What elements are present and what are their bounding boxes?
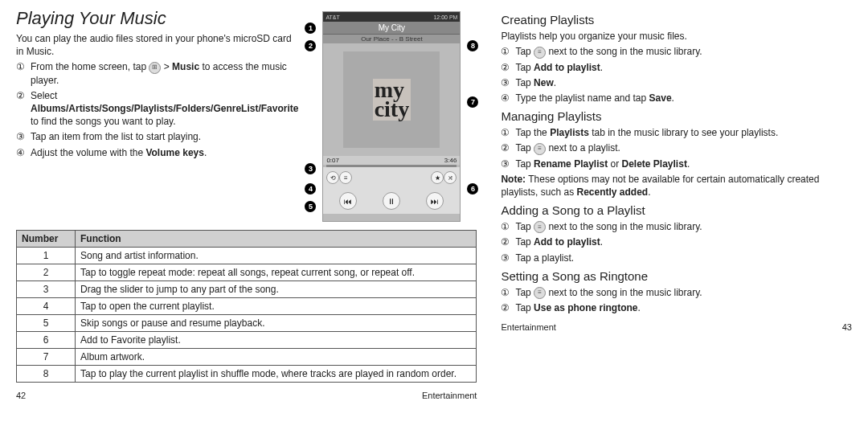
section-heading: Managing Playlists <box>501 109 852 123</box>
instruction-step: ①Tap ≡ next to the song in the music lib… <box>501 45 852 58</box>
menu-icon: ≡ <box>534 221 546 233</box>
song-subtitle: Our Place - - B Street <box>323 35 460 43</box>
controls-row-2: ⏮ ⏸ ⏭ <box>323 188 460 214</box>
instruction-step: ②Tap ≡ next to a playlist. <box>501 141 852 154</box>
instruction-step: ①Tap ≡ next to the song in the music lib… <box>501 286 852 299</box>
menu-icon: ≡ <box>534 287 546 299</box>
next-button[interactable]: ⏭ <box>426 192 444 210</box>
shuffle-button[interactable]: ⤨ <box>444 171 457 184</box>
table-row: 8Tap to play the current playlist in shu… <box>17 366 477 383</box>
step-1: ① From the home screen, tap ⊞ > Music to… <box>16 60 298 87</box>
progress-times: 0:07 3:46 <box>323 156 460 165</box>
menu-icon: ≡ <box>534 143 546 155</box>
table-row: 1Song and artist information. <box>17 248 477 264</box>
callout-8: 8 <box>467 40 478 51</box>
instruction-step: ③Tap Rename Playlist or Delete Playlist. <box>501 158 852 170</box>
instruction-step: ②Tap Use as phone ringtone. <box>501 301 852 314</box>
manual-spread: Playing Your Music You can play the audi… <box>16 8 852 400</box>
instruction-step: ②Tap Add to playlist. <box>501 61 852 74</box>
page-title: Playing Your Music <box>16 8 298 29</box>
section-intro: Playlists help you organize your music f… <box>501 30 852 43</box>
page-footer-right: Entertainment 43 <box>501 322 852 332</box>
page-footer-left: 42 Entertainment <box>16 391 477 400</box>
section-heading: Creating Playlists <box>501 13 852 27</box>
album-artwork: mycity <box>343 51 440 148</box>
instruction-step: ③Tap New. <box>501 76 852 89</box>
instruction-step: ①Tap the Playlists tab in the music libr… <box>501 126 852 139</box>
table-row: 4Tap to open the current playlist. <box>17 298 477 315</box>
step-2: ② Select Albums/Artists/Songs/Playlists/… <box>16 89 298 129</box>
section-heading: Adding a Song to a Playlist <box>501 203 852 217</box>
table-row: 3Drag the slider to jump to any part of … <box>17 281 477 298</box>
prev-button[interactable]: ⏮ <box>339 192 357 210</box>
section-heading: Setting a Song as Ringtone <box>501 269 852 283</box>
callout-7: 7 <box>467 96 478 108</box>
song-title-bar: My City <box>323 22 460 35</box>
callout-3: 3 <box>305 163 316 174</box>
callout-1: 1 <box>305 23 316 34</box>
callout-5: 5 <box>305 201 316 212</box>
function-table: NumberFunction 1Song and artist informat… <box>16 230 477 383</box>
table-row: 6Add to Favorite playlist. <box>17 332 477 349</box>
note: Note: These options may not be available… <box>501 173 852 199</box>
callout-6: 6 <box>467 183 478 194</box>
page-left: Playing Your Music You can play the audi… <box>16 8 477 400</box>
menu-icon: ≡ <box>534 47 546 59</box>
favorite-button[interactable]: ★ <box>431 171 444 184</box>
callout-2: 2 <box>305 40 316 51</box>
table-row: 5Skip songs or pause and resume playback… <box>17 315 477 332</box>
pause-button[interactable]: ⏸ <box>383 192 400 210</box>
callout-4: 4 <box>305 183 316 194</box>
instruction-step: ①Tap ≡ next to the song in the music lib… <box>501 220 852 233</box>
controls-row-1: ⟲ ≡ ★ ⤨ <box>323 167 460 188</box>
apps-icon: ⊞ <box>149 62 161 74</box>
step-4: ④ Adjust the volume with the Volume keys… <box>16 146 298 159</box>
intro-text: You can play the audio files stored in y… <box>16 32 298 58</box>
page-right: Creating PlaylistsPlaylists help you org… <box>501 8 852 400</box>
table-row: 7Album artwork. <box>17 349 477 366</box>
playlist-button[interactable]: ≡ <box>339 171 352 184</box>
instruction-step: ④Type the playlist name and tap Save. <box>501 92 852 104</box>
instruction-step: ②Tap Add to playlist. <box>501 235 852 248</box>
table-row: 2Tap to toggle repeat mode: repeat all s… <box>17 264 477 281</box>
step-3: ③ Tap an item from the list to start pla… <box>16 130 298 143</box>
phone-screenshot: AT&T12:00 PM My City Our Place - - B Str… <box>322 11 461 222</box>
status-bar: AT&T12:00 PM <box>323 12 460 22</box>
instruction-step: ③Tap a playlist. <box>501 252 852 264</box>
repeat-button[interactable]: ⟲ <box>326 171 339 184</box>
